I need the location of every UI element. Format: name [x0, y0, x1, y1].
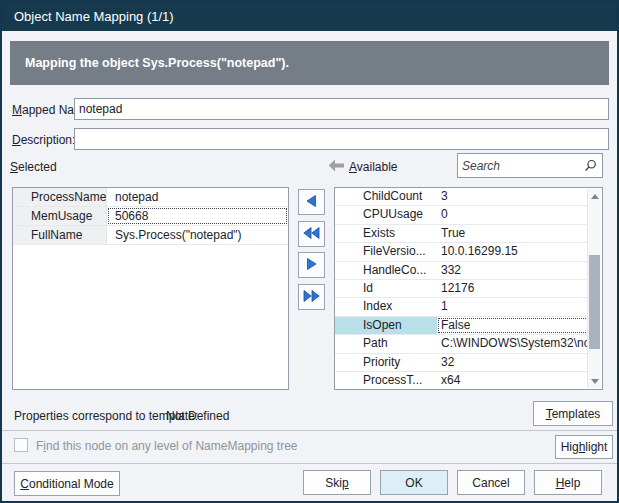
- property-value-cell: 3: [437, 188, 589, 205]
- property-value-cell: 10.0.16299.15: [437, 243, 589, 260]
- object-name-mapping-dialog: Object Name Mapping (1/1) Mapping the ob…: [0, 0, 619, 503]
- double-triangle-right-icon: [303, 290, 320, 305]
- move-all-right-button[interactable]: [298, 284, 325, 310]
- search-input[interactable]: [458, 154, 584, 177]
- scrollbar-thumb[interactable]: [589, 255, 600, 349]
- property-value-cell: 1: [437, 298, 589, 315]
- search-icon[interactable]: [584, 159, 602, 172]
- property-value-cell: 32: [437, 354, 589, 371]
- triangle-left-icon: [306, 195, 317, 210]
- table-row[interactable]: Priority32: [335, 354, 589, 372]
- cancel-button[interactable]: Cancel: [457, 470, 525, 495]
- property-name-cell: ProcessName: [13, 188, 107, 206]
- divider: [2, 463, 617, 464]
- divider: [2, 430, 617, 431]
- mapping-banner: Mapping the object Sys.Process("notepad"…: [10, 41, 609, 85]
- table-row[interactable]: ChildCount3: [335, 188, 589, 206]
- property-name-cell: Id: [335, 280, 437, 297]
- ok-button[interactable]: OK: [380, 470, 448, 495]
- title-bar[interactable]: Object Name Mapping (1/1): [2, 2, 617, 31]
- conditional-mode-button[interactable]: Conditional Mode: [14, 471, 120, 496]
- banner-text: Mapping the object Sys.Process("notepad"…: [25, 56, 289, 70]
- property-value-cell: x64: [437, 372, 589, 389]
- table-row[interactable]: ExistsTrue: [335, 225, 589, 243]
- available-properties-list: ChildCount3 CPUUsage0 ExistsTrue FileVer…: [334, 187, 603, 390]
- description-field-frame: [74, 128, 609, 150]
- window-title: Object Name Mapping (1/1): [14, 9, 174, 24]
- scroll-up-icon[interactable]: [588, 189, 601, 203]
- find-node-checkbox-label: Find this node on any level of NameMappi…: [36, 438, 298, 454]
- property-value-cell: Sys.Process("notepad"): [107, 226, 288, 244]
- property-name-cell: ProcessT...: [335, 372, 437, 389]
- selected-properties-list: ProcessName notepad MemUsage 50668 FullN…: [12, 187, 289, 390]
- table-row-selected[interactable]: IsOpenFalse: [335, 317, 589, 335]
- scroll-down-icon[interactable]: [588, 374, 601, 388]
- property-name-cell: Path: [335, 335, 437, 352]
- table-row[interactable]: ProcessT...x64: [335, 372, 589, 390]
- move-all-left-button[interactable]: [298, 221, 325, 247]
- property-name-cell: FileVersio...: [335, 243, 437, 260]
- table-row[interactable]: ProcessName notepad: [13, 188, 288, 207]
- triangle-right-icon: [306, 258, 317, 273]
- move-left-button[interactable]: [298, 189, 325, 215]
- property-value-cell: C:\WINDOWS\System32\note...: [437, 335, 589, 352]
- find-node-checkbox[interactable]: [14, 438, 28, 452]
- mapped-name-input[interactable]: [75, 99, 608, 119]
- property-value-cell: 0: [437, 206, 589, 223]
- description-label: Description:: [12, 132, 75, 148]
- property-value-cell[interactable]: False: [437, 317, 589, 334]
- help-button[interactable]: Help: [534, 470, 602, 495]
- mapped-name-field-frame: [74, 98, 609, 120]
- property-name-cell: ChildCount: [335, 188, 437, 205]
- property-value-cell: 332: [437, 262, 589, 279]
- property-value-cell: True: [437, 225, 589, 242]
- property-name-cell: Priority: [335, 354, 437, 371]
- selected-label: Selected: [10, 159, 57, 175]
- table-row[interactable]: HandleCo...332: [335, 262, 589, 280]
- skip-button[interactable]: Skip: [303, 470, 371, 495]
- table-row[interactable]: FullName Sys.Process("notepad"): [13, 226, 288, 245]
- table-row[interactable]: PathC:\WINDOWS\System32\note...: [335, 335, 589, 353]
- available-label: Available: [349, 159, 398, 175]
- property-name-cell: FullName: [13, 226, 107, 244]
- highlight-button[interactable]: Highlight: [555, 435, 613, 459]
- table-row[interactable]: CPUUsage0: [335, 206, 589, 224]
- move-to-selected-arrow-icon: [328, 159, 345, 175]
- property-name-cell: IsOpen: [335, 317, 437, 334]
- property-name-cell: CPUUsage: [335, 206, 437, 223]
- templates-button[interactable]: Templates: [533, 401, 613, 426]
- property-name-cell: MemUsage: [13, 207, 107, 225]
- template-status-value: Not Defined: [166, 408, 229, 424]
- table-row[interactable]: FileVersio...10.0.16299.15: [335, 243, 589, 261]
- property-value-cell[interactable]: 50668: [107, 207, 288, 225]
- property-name-cell: HandleCo...: [335, 262, 437, 279]
- table-row[interactable]: Id12176: [335, 280, 589, 298]
- property-name-cell: Index: [335, 298, 437, 315]
- property-name-cell: Exists: [335, 225, 437, 242]
- property-value-cell: notepad: [107, 188, 288, 206]
- vertical-scrollbar[interactable]: [587, 189, 601, 388]
- search-box: [457, 153, 603, 178]
- move-right-button[interactable]: [298, 252, 325, 278]
- property-value-cell: 12176: [437, 280, 589, 297]
- table-row[interactable]: Index1: [335, 298, 589, 316]
- description-input[interactable]: [75, 129, 608, 149]
- table-row[interactable]: MemUsage 50668: [13, 207, 288, 226]
- double-triangle-left-icon: [303, 227, 320, 242]
